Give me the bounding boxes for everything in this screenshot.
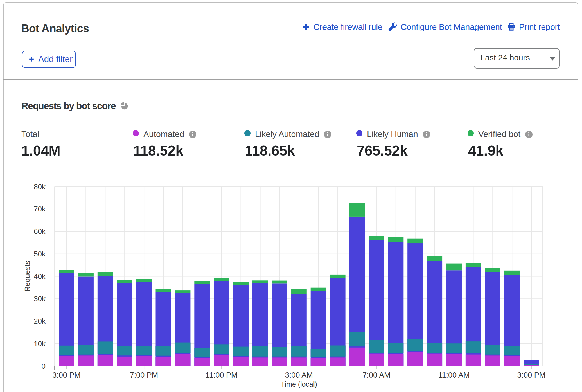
svg-text:3:00 PM: 3:00 PM bbox=[517, 371, 546, 379]
svg-text:0: 0 bbox=[42, 362, 46, 370]
svg-text:30k: 30k bbox=[34, 294, 46, 303]
svg-text:Requests: Requests bbox=[23, 261, 31, 292]
svg-text:3:00 AM: 3:00 AM bbox=[285, 371, 313, 379]
svg-text:Time (local): Time (local) bbox=[281, 380, 317, 388]
svg-text:7:00 PM: 7:00 PM bbox=[130, 371, 158, 379]
svg-text:20k: 20k bbox=[34, 317, 46, 325]
svg-text:11:00 AM: 11:00 AM bbox=[438, 371, 470, 379]
svg-text:40k: 40k bbox=[34, 272, 46, 281]
svg-text:80k: 80k bbox=[34, 183, 46, 191]
svg-text:11:00 PM: 11:00 PM bbox=[206, 371, 238, 379]
svg-text:3:00 PM: 3:00 PM bbox=[52, 371, 81, 379]
svg-text:50k: 50k bbox=[34, 250, 46, 258]
svg-text:60k: 60k bbox=[34, 227, 46, 236]
svg-text:10k: 10k bbox=[34, 339, 46, 348]
svg-text:7:00 AM: 7:00 AM bbox=[362, 371, 390, 379]
svg-text:70k: 70k bbox=[34, 205, 46, 213]
